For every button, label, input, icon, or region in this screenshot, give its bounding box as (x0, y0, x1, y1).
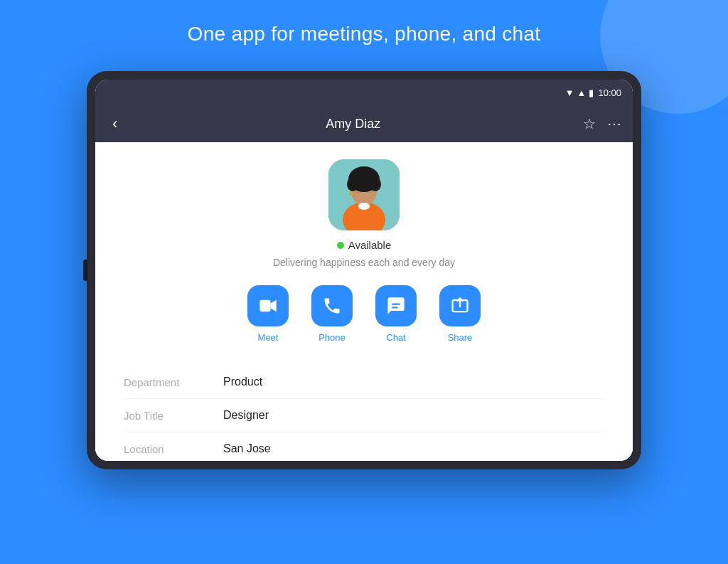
wifi-icon: ▼ (565, 87, 574, 98)
phone-button[interactable] (311, 285, 353, 326)
chat-label: Chat (386, 332, 405, 343)
meet-icon (258, 296, 278, 316)
phone-icon (322, 296, 342, 316)
meet-button[interactable] (247, 285, 289, 326)
jobtitle-value: Designer (223, 409, 269, 422)
location-label: Location (124, 443, 223, 455)
svg-point-5 (347, 177, 358, 191)
meet-label: Meet (258, 332, 279, 343)
avatar-container (328, 159, 400, 230)
action-buttons-row: Meet Phone (247, 285, 481, 343)
content-area: Available Delivering happiness each and … (95, 142, 633, 461)
svg-rect-9 (259, 300, 270, 312)
department-label: Department (124, 376, 223, 388)
favorite-button[interactable]: ☆ (583, 115, 596, 132)
status-bar: ▼ ▲ ▮ 10:00 (95, 80, 633, 105)
svg-point-8 (358, 203, 370, 210)
tablet-screen: ▼ ▲ ▮ 10:00 ‹ Amy Diaz ☆ ⋯ (95, 80, 633, 461)
department-row: Department Product (124, 366, 604, 399)
chat-button[interactable] (375, 285, 417, 326)
meet-action: Meet (247, 285, 289, 343)
share-icon (450, 296, 470, 316)
phone-label: Phone (318, 332, 346, 343)
svg-rect-11 (392, 307, 397, 308)
tagline: Delivering happiness each and every day (273, 257, 455, 268)
status-time: 10:00 (598, 87, 621, 98)
chat-action: Chat (375, 285, 417, 343)
jobtitle-row: Job Title Designer (124, 399, 604, 432)
info-section: Department Product Job Title Designer Lo… (95, 366, 633, 461)
status-row: Available (337, 239, 392, 251)
svg-point-6 (370, 177, 381, 191)
share-button[interactable] (439, 285, 481, 326)
nav-actions: ☆ ⋯ (583, 115, 621, 132)
chat-icon (386, 296, 406, 316)
svg-point-7 (349, 191, 353, 196)
tablet-frame: ▼ ▲ ▮ 10:00 ‹ Amy Diaz ☆ ⋯ (87, 71, 641, 469)
avatar (328, 159, 400, 230)
back-button[interactable]: ‹ (107, 112, 123, 136)
battery-icon: ▮ (589, 87, 594, 98)
share-label: Share (448, 332, 473, 343)
phone-action: Phone (311, 285, 353, 343)
status-indicator (337, 242, 344, 249)
jobtitle-label: Job Title (124, 410, 223, 422)
department-value: Product (223, 376, 262, 388)
location-row: Location San Jose (124, 432, 604, 461)
nav-title: Amy Diaz (123, 117, 583, 132)
signal-icon: ▲ (577, 87, 587, 98)
status-icons: ▼ ▲ ▮ (565, 87, 594, 98)
location-value: San Jose (223, 442, 271, 455)
svg-rect-10 (392, 304, 400, 305)
status-label: Available (348, 239, 392, 251)
share-action: Share (439, 285, 481, 343)
more-options-button[interactable]: ⋯ (607, 115, 621, 132)
nav-bar: ‹ Amy Diaz ☆ ⋯ (95, 105, 633, 142)
